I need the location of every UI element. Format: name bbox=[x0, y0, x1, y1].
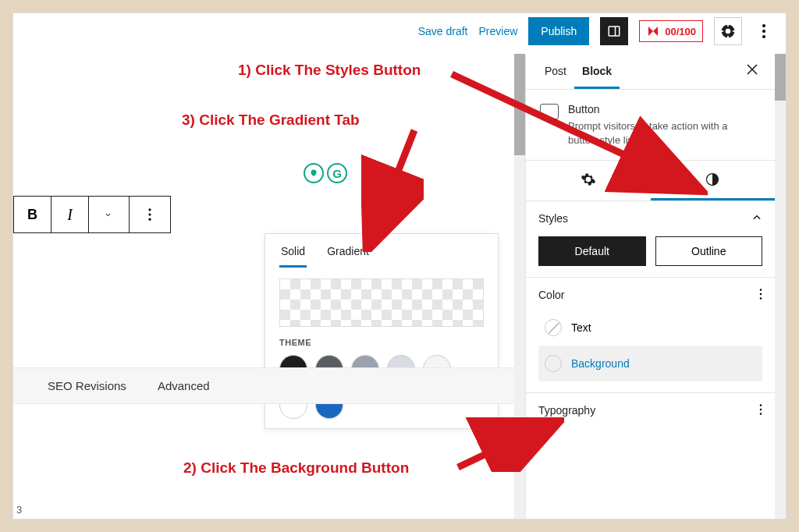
svg-point-21 bbox=[760, 297, 762, 299]
subtab-styles[interactable] bbox=[651, 161, 776, 200]
color-swatch-empty bbox=[545, 319, 562, 336]
svg-rect-6 bbox=[721, 30, 723, 32]
styles-half-circle-icon bbox=[705, 172, 720, 187]
svg-point-11 bbox=[311, 170, 317, 176]
bold-button[interactable]: B bbox=[14, 197, 51, 232]
svg-point-3 bbox=[726, 29, 731, 34]
svg-rect-0 bbox=[609, 27, 620, 36]
lower-tab-advanced[interactable]: Advanced bbox=[158, 379, 210, 392]
theme-section-label: THEME bbox=[279, 338, 484, 347]
seo-score-text: 00/100 bbox=[665, 26, 696, 37]
svg-point-22 bbox=[760, 404, 762, 406]
svg-point-8 bbox=[762, 24, 765, 27]
current-color-swatch[interactable] bbox=[279, 278, 484, 327]
footer-indicator: 3 bbox=[16, 504, 22, 516]
color-text-item[interactable]: Text bbox=[538, 310, 762, 346]
tab-gradient[interactable]: Gradient bbox=[325, 245, 371, 268]
close-sidebar-button[interactable] bbox=[740, 56, 764, 87]
svg-point-23 bbox=[760, 409, 762, 410]
style-default-button[interactable]: Default bbox=[538, 236, 646, 266]
canvas-scrollbar[interactable] bbox=[514, 54, 525, 519]
italic-button[interactable]: I bbox=[51, 197, 89, 232]
svg-point-20 bbox=[760, 293, 762, 295]
svg-point-19 bbox=[760, 289, 762, 290]
styles-panel-toggle[interactable] bbox=[751, 212, 762, 225]
style-outline-button[interactable]: Outline bbox=[655, 236, 763, 266]
more-options-button[interactable] bbox=[753, 17, 775, 45]
gear-icon bbox=[581, 172, 596, 187]
sidebar-icon bbox=[607, 24, 621, 38]
tab-post[interactable]: Post bbox=[537, 54, 574, 89]
save-draft-link[interactable]: Save draft bbox=[418, 25, 468, 37]
color-panel: Color Text Background bbox=[526, 278, 775, 393]
editor-window: Save draft Preview Publish 00/100 G B I bbox=[12, 12, 787, 520]
style-variants: Default Outline bbox=[538, 236, 762, 266]
topbar: Save draft Preview Publish 00/100 bbox=[13, 13, 786, 54]
block-name: Button bbox=[568, 102, 761, 118]
format-toolbar: B I › bbox=[13, 196, 171, 233]
settings-sidebar: Post Block Button Prompt visitors to tak… bbox=[525, 54, 775, 519]
view-toggle-button[interactable] bbox=[600, 17, 628, 45]
color-picker-tabs: Solid Gradient bbox=[265, 234, 498, 268]
svg-point-10 bbox=[762, 35, 765, 38]
seo-logo-icon bbox=[646, 24, 660, 38]
block-subtabs bbox=[526, 161, 775, 201]
kebab-icon bbox=[759, 289, 762, 300]
format-options-button[interactable] bbox=[130, 197, 170, 232]
tab-solid[interactable]: Solid bbox=[279, 245, 307, 268]
assist-badge-2[interactable]: G bbox=[327, 163, 347, 183]
more-format-button[interactable]: › bbox=[89, 197, 130, 232]
svg-rect-4 bbox=[727, 24, 729, 27]
close-icon bbox=[747, 64, 758, 75]
settings-button[interactable] bbox=[714, 17, 742, 45]
color-background-label: Background bbox=[571, 357, 630, 370]
typography-panel: Typography bbox=[526, 393, 775, 428]
styles-panel: Styles Default Outline bbox=[526, 201, 775, 278]
editor-canvas: G B I › Solid Gradient THEME bbox=[13, 54, 525, 519]
svg-rect-7 bbox=[733, 30, 735, 32]
lower-tab-seo-revisions[interactable]: SEO Revisions bbox=[48, 379, 126, 392]
svg-rect-5 bbox=[727, 36, 729, 38]
svg-rect-12 bbox=[313, 175, 315, 176]
typography-panel-options[interactable] bbox=[759, 404, 762, 417]
typography-panel-title: Typography bbox=[538, 404, 595, 417]
chevron-down-icon: › bbox=[103, 213, 115, 216]
plus-bulb-icon bbox=[309, 168, 318, 178]
main-scrollbar[interactable] bbox=[775, 54, 786, 519]
svg-point-9 bbox=[762, 30, 765, 33]
kebab-icon bbox=[759, 404, 762, 415]
assist-badges: G bbox=[304, 163, 347, 183]
svg-point-15 bbox=[148, 218, 151, 221]
svg-point-24 bbox=[760, 413, 762, 414]
sidebar-tabs: Post Block bbox=[526, 54, 775, 90]
color-swatch-empty bbox=[545, 355, 562, 372]
color-panel-options[interactable] bbox=[759, 289, 762, 302]
tab-block[interactable]: Block bbox=[574, 54, 620, 89]
lower-tabs: SEO Revisions Advanced bbox=[13, 367, 514, 404]
seo-score-pill[interactable]: 00/100 bbox=[639, 20, 703, 42]
color-panel-title: Color bbox=[538, 289, 564, 301]
assist-badge-1[interactable] bbox=[304, 163, 324, 183]
gear-badge-icon bbox=[720, 23, 736, 39]
button-block-icon bbox=[540, 104, 559, 119]
subtab-settings[interactable] bbox=[526, 161, 651, 200]
block-description: Button Prompt visitors to take action wi… bbox=[526, 90, 775, 161]
block-desc-text: Prompt visitors to take action with a bu… bbox=[568, 119, 761, 147]
kebab-icon bbox=[148, 208, 151, 221]
color-text-label: Text bbox=[571, 321, 591, 334]
color-background-item[interactable]: Background bbox=[538, 346, 762, 381]
styles-panel-title: Styles bbox=[538, 212, 568, 225]
preview-link[interactable]: Preview bbox=[479, 25, 518, 37]
kebab-icon bbox=[762, 24, 765, 38]
publish-button[interactable]: Publish bbox=[528, 17, 589, 45]
svg-point-14 bbox=[148, 213, 151, 215]
chevron-up-icon bbox=[751, 212, 762, 223]
svg-point-13 bbox=[148, 208, 151, 211]
